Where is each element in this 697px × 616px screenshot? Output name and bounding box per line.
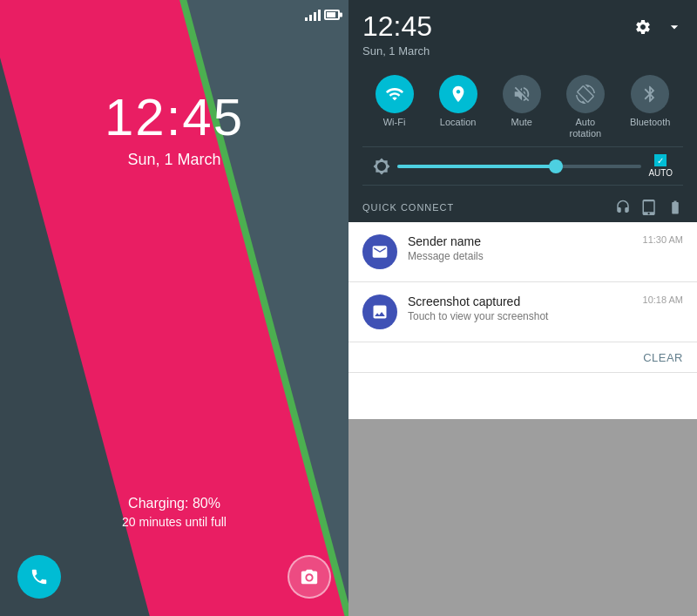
tablet-icon[interactable] <box>641 200 657 215</box>
battery-icon <box>324 10 340 20</box>
screenshot-notif-time: 10:18 AM <box>643 294 683 305</box>
charging-sub: 20 minutes until full <box>0 515 348 529</box>
brightness-thumb[interactable] <box>549 159 563 173</box>
screenshot-notif-desc: Touch to view your screenshot <box>408 310 636 322</box>
lock-screen: 12:45 Sun, 1 March Charging: 80% 20 minu… <box>0 0 348 616</box>
clear-row: CLEAR <box>348 342 697 373</box>
auto-check-icon: ✓ <box>654 154 667 166</box>
email-notif-desc: Message details <box>408 250 636 262</box>
lock-date: Sun, 1 March <box>0 151 348 169</box>
screenshot-notif-icon <box>362 294 397 329</box>
autorotation-label: Auto rotation <box>569 117 601 139</box>
brightness-fill <box>397 165 556 168</box>
notif-clock: 12:45 <box>362 10 432 43</box>
email-notif-content: Sender name Message details <box>408 234 636 262</box>
toggle-bluetooth[interactable]: Bluetooth <box>630 75 670 139</box>
brightness-icon <box>373 158 390 175</box>
lock-status-bar <box>305 9 340 21</box>
brightness-slider[interactable] <box>397 165 641 168</box>
notification-email[interactable]: Sender name Message details 11:30 AM <box>348 222 697 282</box>
notif-empty-area <box>348 419 697 616</box>
screenshot-notif-content: Screenshot captured Touch to view your s… <box>408 294 636 322</box>
location-label: Location <box>440 117 477 128</box>
email-notif-time: 11:30 AM <box>643 234 683 245</box>
notif-header-icons <box>634 18 683 36</box>
battery-quick-icon[interactable] <box>667 200 683 215</box>
screenshot-notif-title: Screenshot captured <box>408 294 636 308</box>
wifi-toggle-icon[interactable] <box>376 75 414 113</box>
lock-clock: 12:45 <box>0 87 348 147</box>
email-notif-title: Sender name <box>408 234 636 248</box>
rotation-toggle-icon[interactable] <box>566 75 605 113</box>
bluetooth-label: Bluetooth <box>630 117 670 128</box>
quick-connect-icons <box>615 200 683 215</box>
lock-time-section: 12:45 Sun, 1 March <box>0 87 348 169</box>
wifi-label: Wi-Fi <box>383 117 406 128</box>
location-toggle-icon[interactable] <box>439 75 477 113</box>
lock-charging-info: Charging: 80% 20 minutes until full <box>0 496 348 529</box>
expand-down-icon[interactable] <box>666 18 683 36</box>
phone-unlock-icon[interactable] <box>17 555 61 599</box>
auto-label: AUTO <box>648 168 673 178</box>
notifications-list: Sender name Message details 11:30 AM Scr… <box>348 222 697 419</box>
toggle-location[interactable]: Location <box>439 75 477 139</box>
brightness-row: ✓ AUTO <box>362 147 683 186</box>
charging-text: Charging: 80% <box>0 496 348 511</box>
clear-button[interactable]: CLEAR <box>643 351 683 364</box>
bluetooth-toggle-icon[interactable] <box>631 75 669 113</box>
camera-unlock-icon[interactable] <box>288 555 331 599</box>
mute-label: Mute <box>511 117 532 128</box>
quick-connect-bar: QUICK CONNECT <box>348 193 697 222</box>
signal-bars-icon <box>305 9 321 21</box>
mute-toggle-icon[interactable] <box>503 75 541 113</box>
headphones-icon[interactable] <box>615 200 631 215</box>
email-notif-icon <box>362 234 397 269</box>
quick-connect-label: QUICK CONNECT <box>362 202 454 213</box>
notif-date: Sun, 1 March <box>362 44 683 58</box>
notif-top-bar: 12:45 <box>362 10 683 43</box>
toggle-autorotation[interactable]: Auto rotation <box>566 75 605 139</box>
toggle-mute[interactable]: Mute <box>503 75 541 139</box>
settings-icon[interactable] <box>634 18 652 36</box>
toggle-wifi[interactable]: Wi-Fi <box>376 75 414 139</box>
quick-toggles: Wi-Fi Location Mute <box>362 68 683 147</box>
notification-panel: 12:45 Sun, 1 March <box>348 0 697 616</box>
notification-screenshot[interactable]: Screenshot captured Touch to view your s… <box>348 282 697 342</box>
notif-header: 12:45 Sun, 1 March <box>348 0 697 193</box>
brightness-auto: ✓ AUTO <box>648 154 673 178</box>
